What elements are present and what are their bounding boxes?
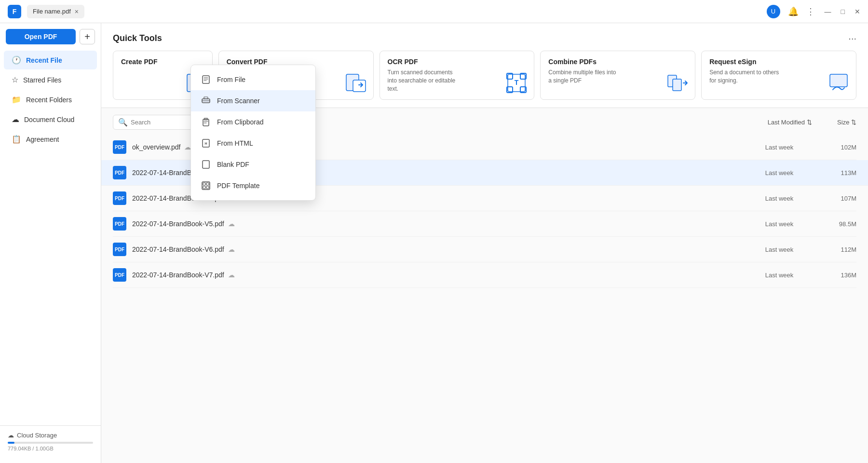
- titlebar: F File name.pdf × U 🔔 ⋮ — □ ✕: [0, 0, 868, 23]
- file-name: 2022-07-14-BrandBook-V6.pdf ☁: [132, 245, 741, 253]
- bell-icon[interactable]: 🔔: [788, 6, 799, 17]
- starred-files-icon: ☆: [12, 75, 18, 84]
- file-date: Last week: [741, 195, 818, 202]
- storage-text: 779.04KB / 1.00GB: [8, 446, 93, 451]
- file-date: Last week: [741, 246, 818, 253]
- svg-text:H: H: [204, 142, 207, 145]
- titlebar-right: U 🔔 ⋮ — □ ✕: [767, 5, 860, 18]
- tool-card-title: Request eSign: [709, 58, 848, 66]
- avatar[interactable]: U: [767, 5, 780, 18]
- open-pdf-button[interactable]: Open PDF: [6, 29, 76, 44]
- pdf-template-icon: [201, 180, 211, 191]
- dropdown-item-from-html[interactable]: H From HTML: [191, 133, 315, 154]
- content-area: Quick Tools ··· Create PDF: [101, 23, 868, 463]
- maximize-button[interactable]: □: [841, 8, 845, 15]
- sidebar-top: Open PDF +: [0, 29, 101, 50]
- file-date: Last week: [741, 169, 818, 177]
- dropdown-item-label: From Clipborad: [217, 118, 263, 126]
- app-tab[interactable]: File name.pdf ×: [27, 5, 84, 18]
- file-type-icon: PDF: [113, 191, 126, 205]
- document-cloud-icon: ☁: [12, 115, 19, 124]
- sidebar-item-label: Document Cloud: [24, 116, 74, 123]
- file-type-icon: PDF: [113, 140, 126, 154]
- svg-rect-12: [673, 79, 681, 91]
- quick-tools-title: Quick Tools: [113, 33, 162, 43]
- sidebar-item-label: Starred Files: [23, 76, 61, 84]
- sidebar-item-label: Agreement: [26, 136, 59, 143]
- tool-card-ocr-pdf[interactable]: OCR PDF Turn scanned documents into sear…: [380, 51, 535, 100]
- tab-close-button[interactable]: ×: [75, 8, 79, 15]
- file-date: Last week: [741, 220, 818, 228]
- combine-pdfs-icon: [666, 71, 689, 95]
- tool-card-desc: Send a document to others for signing.: [709, 68, 782, 85]
- esign-icon: [827, 71, 850, 95]
- cloud-sync-icon: ☁: [228, 271, 235, 279]
- tool-card-desc: Turn scanned documents into searchable o…: [388, 68, 460, 93]
- svg-rect-23: [203, 183, 205, 185]
- file-size: 98.5M: [818, 220, 856, 228]
- sidebar-item-recent-folders[interactable]: 📁 Recent Folders: [4, 90, 97, 109]
- size-sort-button[interactable]: Size ⇅: [818, 119, 856, 126]
- add-button[interactable]: +: [80, 29, 95, 44]
- file-size: 136M: [818, 272, 856, 279]
- storage-bar-fill: [8, 442, 14, 444]
- dropdown-item-pdf-template[interactable]: PDF Template: [191, 175, 315, 196]
- app-body: Open PDF + 🕐 Recent File ☆ Starred Files…: [0, 23, 868, 463]
- cloud-sync-icon: ☁: [228, 220, 235, 228]
- minimize-button[interactable]: —: [825, 8, 831, 15]
- file-date: Last week: [741, 272, 818, 279]
- dropdown-item-from-clipboard[interactable]: From Clipborad: [191, 111, 315, 133]
- svg-rect-14: [203, 76, 209, 83]
- search-icon: 🔍: [118, 118, 128, 127]
- dropdown-menu: From File From Scanner From Clipborad H …: [190, 65, 316, 201]
- sidebar-item-label: Recent File: [26, 56, 62, 64]
- file-type-icon: PDF: [113, 166, 126, 179]
- dropdown-item-label: From HTML: [217, 139, 253, 147]
- blank-pdf-icon: [201, 159, 211, 170]
- convert-pdf-icon: [344, 71, 367, 95]
- file-row[interactable]: PDF 2022-07-14-BrandBook-V5.pdf ☁ Last w…: [113, 211, 856, 237]
- sidebar-item-label: Recent Folders: [26, 96, 72, 104]
- file-type-icon: PDF: [113, 268, 126, 282]
- from-file-icon: [201, 74, 211, 85]
- sidebar-bottom: ☁ Cloud Storage 779.04KB / 1.00GB: [0, 425, 101, 457]
- tool-card-title: Combine PDFs: [548, 58, 687, 66]
- file-name: 2022-07-14-BrandBook-V5.pdf ☁: [132, 220, 741, 228]
- quick-tools-more-button[interactable]: ···: [848, 33, 856, 44]
- tool-card-title: Create PDF: [121, 58, 204, 66]
- ocr-pdf-icon: T: [505, 71, 528, 95]
- tool-card-title: OCR PDF: [388, 58, 527, 66]
- sidebar-item-document-cloud[interactable]: ☁ Document Cloud: [4, 110, 97, 129]
- dropdown-item-from-file[interactable]: From File: [191, 69, 315, 90]
- from-clipboard-icon: [201, 117, 211, 127]
- file-size: 102M: [818, 144, 856, 151]
- more-options-icon[interactable]: ⋮: [806, 6, 815, 17]
- sidebar-item-agreement[interactable]: 📋 Agreement: [4, 130, 97, 149]
- recent-folders-icon: 📁: [12, 95, 21, 104]
- file-row[interactable]: PDF 2022-07-14-BrandBook-V7.pdf ☁ Last w…: [113, 262, 856, 288]
- file-size: 112M: [818, 246, 856, 253]
- file-size: 107M: [818, 195, 856, 202]
- svg-rect-4: [353, 80, 366, 92]
- sort-arrow-icon: ⇅: [807, 119, 812, 126]
- file-row[interactable]: PDF 2022-07-14-BrandBook-V6.pdf ☁ Last w…: [113, 237, 856, 262]
- cloud-sync-icon: ☁: [228, 245, 235, 253]
- sort-label-text: Last Modified: [768, 119, 805, 126]
- file-type-icon: PDF: [113, 217, 126, 231]
- file-date: Last week: [741, 144, 818, 151]
- file-name: 2022-07-14-BrandBook-V7.pdf ☁: [132, 271, 741, 279]
- tool-card-request-esign[interactable]: Request eSign Send a document to others …: [701, 51, 856, 100]
- svg-text:T: T: [515, 79, 519, 86]
- svg-rect-21: [203, 161, 209, 168]
- dropdown-item-blank-pdf[interactable]: Blank PDF: [191, 154, 315, 175]
- cloud-storage-icon: ☁: [8, 432, 14, 439]
- sidebar-item-recent-file[interactable]: 🕐 Recent File: [4, 51, 97, 69]
- svg-rect-24: [206, 183, 209, 185]
- dropdown-item-from-scanner[interactable]: From Scanner: [191, 90, 315, 111]
- sidebar-item-starred-files[interactable]: ☆ Starred Files: [4, 70, 97, 89]
- close-button[interactable]: ✕: [854, 8, 860, 15]
- tool-card-combine-pdfs[interactable]: Combine PDFs Combine multiple files into…: [540, 51, 695, 100]
- sort-button[interactable]: Last Modified ⇅: [768, 119, 812, 126]
- svg-rect-25: [203, 186, 205, 189]
- cloud-storage-label: ☁ Cloud Storage: [8, 432, 93, 439]
